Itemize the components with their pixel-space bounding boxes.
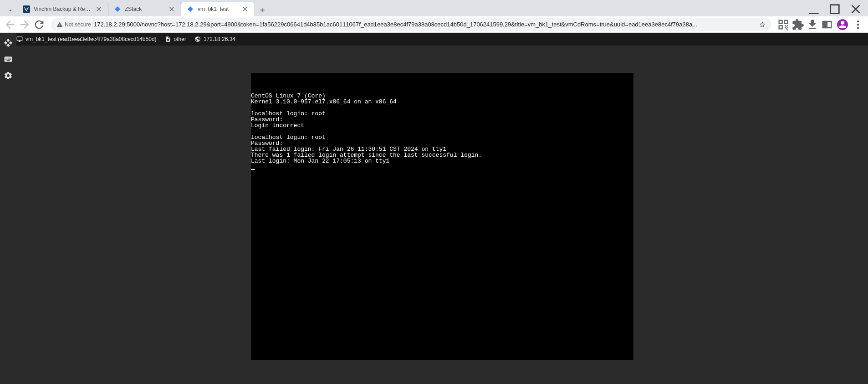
keyboard-icon — [4, 55, 13, 64]
tab-vm-bk1-test[interactable]: vm_bk1_test — [181, 2, 254, 16]
plus-icon — [259, 6, 266, 14]
download-icon — [806, 18, 819, 31]
window-controls — [803, 2, 868, 16]
move-icon — [4, 38, 13, 47]
console-line: Password: — [251, 117, 633, 123]
reload-button[interactable] — [33, 18, 46, 31]
tab-close-button[interactable] — [168, 5, 175, 13]
gear-icon — [4, 71, 13, 80]
chevron-down-icon — [7, 7, 14, 14]
tab-close-button[interactable] — [241, 5, 249, 13]
zstack-favicon — [114, 5, 121, 13]
settings-button[interactable] — [4, 71, 13, 80]
person-icon — [837, 19, 848, 30]
main-area: vm_bk1_test (ead1eea3e8ec4f79a38a08cecd1… — [16, 33, 868, 384]
svg-marker-2 — [188, 6, 193, 12]
tab-title: Vinchin Backup & Recovery — [34, 6, 92, 12]
console-container: CentOS Linux 7 (Core)Kernel 3.10.0-957.e… — [16, 46, 868, 384]
monitor-icon — [16, 36, 23, 42]
media-label[interactable]: other — [165, 36, 186, 42]
downloads-button[interactable] — [806, 18, 819, 31]
page-content: vm_bk1_test (ead1eea3e8ec4f79a38a08cecd1… — [0, 33, 868, 384]
close-icon — [241, 5, 249, 13]
minimize-button[interactable] — [803, 2, 824, 16]
qr-code-button[interactable] — [777, 18, 790, 31]
arrow-left-icon — [4, 18, 16, 31]
vm-name-label: vm_bk1_test (ead1eea3e8ec4f79a38a08cecd1… — [16, 36, 157, 42]
forward-button[interactable] — [18, 18, 31, 31]
maximize-icon — [824, 2, 845, 16]
globe-icon — [194, 36, 201, 42]
tab-close-button[interactable] — [95, 5, 102, 13]
star-icon — [759, 21, 766, 28]
maximize-button[interactable] — [824, 2, 845, 16]
browser-toolbar: Not secure 172.18.2.29:5000/novnc?host=1… — [0, 16, 868, 33]
close-icon — [95, 5, 102, 13]
puzzle-icon — [791, 18, 804, 31]
tab-vinchin[interactable]: Vinchin Backup & Recovery — [17, 2, 108, 16]
side-panel-icon — [821, 18, 833, 31]
close-icon — [845, 2, 866, 16]
new-tab-button[interactable] — [254, 4, 271, 16]
arrow-right-icon — [18, 18, 31, 31]
console-line: Last login: Mon Jan 22 17:05:13 on tty1 — [251, 158, 633, 164]
reload-icon — [33, 18, 46, 31]
vnc-console[interactable]: CentOS Linux 7 (Core)Kernel 3.10.0-957.e… — [251, 73, 633, 360]
cursor — [251, 169, 255, 170]
extensions-button[interactable] — [791, 18, 804, 31]
vinchin-favicon — [23, 5, 30, 13]
svg-marker-1 — [115, 6, 120, 12]
document-icon — [165, 36, 171, 42]
address-bar[interactable]: Not secure 172.18.2.29:5000/novnc?host=1… — [51, 18, 771, 31]
tab-title: vm_bk1_test — [198, 6, 238, 12]
console-line: Login incorrect — [251, 123, 633, 128]
menu-button[interactable] — [852, 18, 864, 31]
console-line: localhost login: root — [251, 134, 633, 140]
vm-header-bar: vm_bk1_test (ead1eea3e8ec4f79a38a08cecd1… — [16, 33, 868, 46]
close-icon — [168, 5, 175, 13]
browser-tab-bar: Vinchin Backup & Recovery ZStack vm_bk1_… — [0, 0, 868, 16]
keyboard-button[interactable] — [4, 55, 13, 64]
warning-icon — [56, 21, 63, 28]
security-label: Not secure — [65, 21, 91, 28]
back-button[interactable] — [4, 18, 16, 31]
vnc-sidebar — [0, 33, 16, 384]
url-text: 172.18.2.29:5000/novnc?host=172.18.2.29&… — [94, 21, 756, 28]
side-panel-button[interactable] — [821, 18, 833, 31]
tab-search-button[interactable] — [4, 5, 17, 16]
ip-label: 172.18.26.34 — [194, 36, 235, 42]
console-line: localhost login: root — [251, 111, 633, 117]
profile-avatar[interactable] — [837, 19, 848, 30]
console-line: Kernel 3.10.0-957.el7.x86_64 on an x86_6… — [251, 99, 633, 105]
close-window-button[interactable] — [845, 2, 866, 16]
bookmark-button[interactable] — [759, 21, 766, 28]
minimize-icon — [803, 2, 824, 16]
kebab-menu-icon — [852, 18, 864, 31]
vm-favicon — [187, 5, 194, 13]
tab-zstack[interactable]: ZStack — [108, 2, 181, 16]
tab-title: ZStack — [125, 6, 164, 12]
security-indicator[interactable]: Not secure — [56, 21, 91, 28]
qr-code-icon — [777, 18, 790, 31]
move-tool-button[interactable] — [4, 38, 13, 47]
